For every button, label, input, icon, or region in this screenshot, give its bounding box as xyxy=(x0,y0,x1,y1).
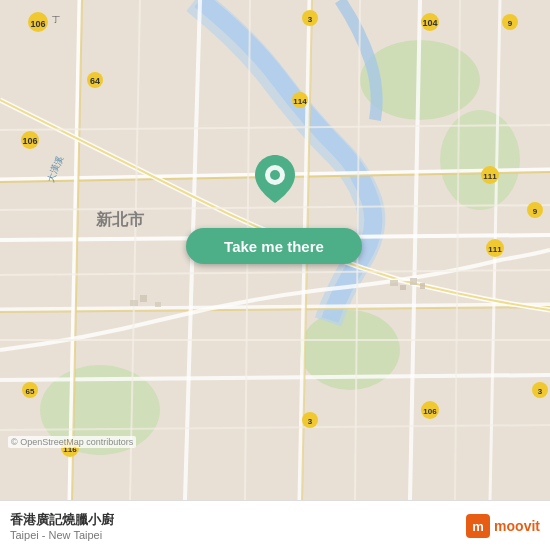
svg-rect-66 xyxy=(155,302,161,307)
svg-rect-61 xyxy=(400,285,406,290)
bottom-bar: 香港廣記燒臘小廚 Taipei - New Taipei m moovit xyxy=(0,500,550,550)
svg-rect-65 xyxy=(140,295,147,302)
take-me-there-button[interactable]: Take me there xyxy=(186,228,362,264)
moovit-icon: m xyxy=(466,514,490,538)
place-city: Taipei - New Taipei xyxy=(10,529,114,541)
map-container: 106 丁 106 64 104 9 3 114 111 9 111 3 65 … xyxy=(0,0,550,500)
svg-text:3: 3 xyxy=(308,417,313,426)
svg-text:114: 114 xyxy=(293,97,307,106)
svg-text:65: 65 xyxy=(26,387,35,396)
svg-text:3: 3 xyxy=(308,15,313,24)
map-pin xyxy=(255,155,295,203)
svg-text:106: 106 xyxy=(30,19,45,29)
svg-text:106: 106 xyxy=(423,407,437,416)
svg-rect-62 xyxy=(410,278,417,285)
svg-point-68 xyxy=(270,170,280,180)
svg-text:9: 9 xyxy=(533,207,538,216)
svg-text:丁: 丁 xyxy=(52,15,60,24)
moovit-logo: m moovit xyxy=(466,514,540,538)
svg-text:64: 64 xyxy=(90,76,100,86)
svg-rect-60 xyxy=(390,280,398,286)
svg-text:m: m xyxy=(472,519,484,534)
svg-rect-63 xyxy=(420,283,425,289)
svg-text:9: 9 xyxy=(508,19,513,28)
moovit-text: moovit xyxy=(494,518,540,534)
location-info: 香港廣記燒臘小廚 Taipei - New Taipei xyxy=(10,511,114,541)
svg-text:新北市: 新北市 xyxy=(96,210,145,228)
svg-text:3: 3 xyxy=(538,387,543,396)
svg-rect-64 xyxy=(130,300,138,306)
svg-text:111: 111 xyxy=(488,245,502,254)
svg-text:106: 106 xyxy=(22,136,37,146)
attribution: © OpenStreetMap contributors xyxy=(8,436,136,448)
place-name: 香港廣記燒臘小廚 xyxy=(10,511,114,529)
svg-text:104: 104 xyxy=(422,18,437,28)
svg-text:111: 111 xyxy=(483,172,497,181)
